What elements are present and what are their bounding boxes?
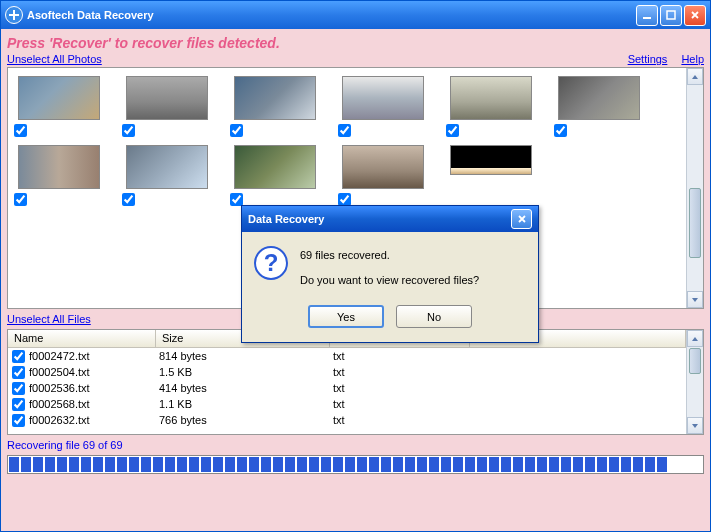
table-row[interactable]: f0002504.txt1.5 KBtxt xyxy=(8,364,686,380)
photo-checkbox[interactable] xyxy=(230,124,243,137)
file-size: 1.1 KB xyxy=(159,398,333,410)
photo-item[interactable] xyxy=(446,145,536,208)
file-ext: txt xyxy=(333,382,473,394)
photo-item[interactable] xyxy=(122,76,212,139)
minimize-button[interactable] xyxy=(636,5,658,26)
progress-segment xyxy=(33,457,43,472)
file-ext: txt xyxy=(333,414,473,426)
col-name[interactable]: Name xyxy=(8,330,156,347)
photo-thumbnail[interactable] xyxy=(234,145,316,189)
dialog-close-button[interactable] xyxy=(511,209,532,229)
scroll-up-icon[interactable] xyxy=(687,68,703,85)
progress-segment xyxy=(345,457,355,472)
photo-item[interactable] xyxy=(230,76,320,139)
file-checkbox[interactable] xyxy=(12,398,25,411)
dialog-line2: Do you want to view recovered files? xyxy=(300,271,479,290)
photo-item[interactable] xyxy=(446,76,536,139)
table-row[interactable]: f0002632.txt766 bytestxt xyxy=(8,412,686,428)
progress-segment xyxy=(381,457,391,472)
scroll-down-icon[interactable] xyxy=(687,291,703,308)
window-title: Asoftech Data Recovery xyxy=(27,9,636,21)
photo-item[interactable] xyxy=(14,145,104,208)
progress-segment xyxy=(237,457,247,472)
photo-item[interactable] xyxy=(230,145,320,208)
photo-item[interactable] xyxy=(338,76,428,139)
progress-segment xyxy=(549,457,559,472)
progress-segment xyxy=(57,457,67,472)
photo-checkbox[interactable] xyxy=(14,193,27,206)
scroll-thumb[interactable] xyxy=(689,348,701,374)
progress-segment xyxy=(189,457,199,472)
photo-scrollbar[interactable] xyxy=(686,68,703,308)
photo-thumbnail[interactable] xyxy=(18,145,100,189)
progress-segment xyxy=(525,457,535,472)
progress-segment xyxy=(537,457,547,472)
photo-item[interactable] xyxy=(14,76,104,139)
table-row[interactable]: f0002536.txt414 bytestxt xyxy=(8,380,686,396)
photo-thumbnail[interactable] xyxy=(126,76,208,120)
file-name: f0002568.txt xyxy=(29,398,159,410)
photo-thumbnail[interactable] xyxy=(342,145,424,189)
file-size: 1.5 KB xyxy=(159,366,333,378)
scroll-down-icon[interactable] xyxy=(687,417,703,434)
progress-segment xyxy=(321,457,331,472)
scroll-thumb[interactable] xyxy=(689,188,701,258)
photo-thumbnail[interactable] xyxy=(234,76,316,120)
progress-segment xyxy=(561,457,571,472)
close-button[interactable] xyxy=(684,5,706,26)
progress-segment xyxy=(657,457,667,472)
progress-segment xyxy=(453,457,463,472)
photo-checkbox[interactable] xyxy=(554,124,567,137)
photo-checkbox[interactable] xyxy=(338,124,351,137)
photo-item[interactable] xyxy=(554,76,644,139)
scroll-up-icon[interactable] xyxy=(687,330,703,347)
file-checkbox[interactable] xyxy=(12,366,25,379)
progress-segment xyxy=(645,457,655,472)
table-row[interactable]: f0002568.txt1.1 KBtxt xyxy=(8,396,686,412)
yes-button[interactable]: Yes xyxy=(308,305,384,328)
photo-thumbnail[interactable] xyxy=(450,145,532,175)
settings-link[interactable]: Settings xyxy=(628,53,668,65)
photo-checkbox[interactable] xyxy=(122,193,135,206)
progress-segment xyxy=(45,457,55,472)
progress-segment xyxy=(117,457,127,472)
file-checkbox[interactable] xyxy=(12,414,25,427)
progress-segment xyxy=(477,457,487,472)
file-name: f0002472.txt xyxy=(29,350,159,362)
svg-rect-0 xyxy=(643,17,651,19)
table-row[interactable]: f0002472.txt814 bytestxt xyxy=(8,348,686,364)
photo-thumbnail[interactable] xyxy=(18,76,100,120)
progress-segment xyxy=(597,457,607,472)
photo-checkbox[interactable] xyxy=(122,124,135,137)
file-scrollbar[interactable] xyxy=(686,330,703,434)
file-size: 414 bytes xyxy=(159,382,333,394)
help-link[interactable]: Help xyxy=(681,53,704,65)
unselect-files-link[interactable]: Unselect All Files xyxy=(7,313,91,325)
no-button[interactable]: No xyxy=(396,305,472,328)
file-list: Name Size Extension f0002472.txt814 byte… xyxy=(7,329,704,435)
progress-bar xyxy=(7,455,704,474)
file-checkbox[interactable] xyxy=(12,382,25,395)
photo-item[interactable] xyxy=(122,145,212,208)
photo-item[interactable] xyxy=(338,145,428,208)
photo-thumbnail[interactable] xyxy=(342,76,424,120)
status-text: Recovering file 69 of 69 xyxy=(7,439,704,451)
photo-thumbnail[interactable] xyxy=(558,76,640,120)
maximize-button[interactable] xyxy=(660,5,682,26)
file-name: f0002504.txt xyxy=(29,366,159,378)
progress-segment xyxy=(81,457,91,472)
dialog-titlebar: Data Recovery xyxy=(242,206,538,232)
progress-segment xyxy=(369,457,379,472)
progress-segment xyxy=(69,457,79,472)
progress-segment xyxy=(573,457,583,472)
photo-thumbnail[interactable] xyxy=(126,145,208,189)
unselect-photos-link[interactable]: Unselect All Photos xyxy=(7,53,102,65)
progress-segment xyxy=(285,457,295,472)
progress-segment xyxy=(93,457,103,472)
photo-thumbnail[interactable] xyxy=(450,76,532,120)
photo-checkbox[interactable] xyxy=(446,124,459,137)
svg-rect-1 xyxy=(667,11,675,19)
photo-checkbox[interactable] xyxy=(14,124,27,137)
file-checkbox[interactable] xyxy=(12,350,25,363)
progress-segment xyxy=(357,457,367,472)
